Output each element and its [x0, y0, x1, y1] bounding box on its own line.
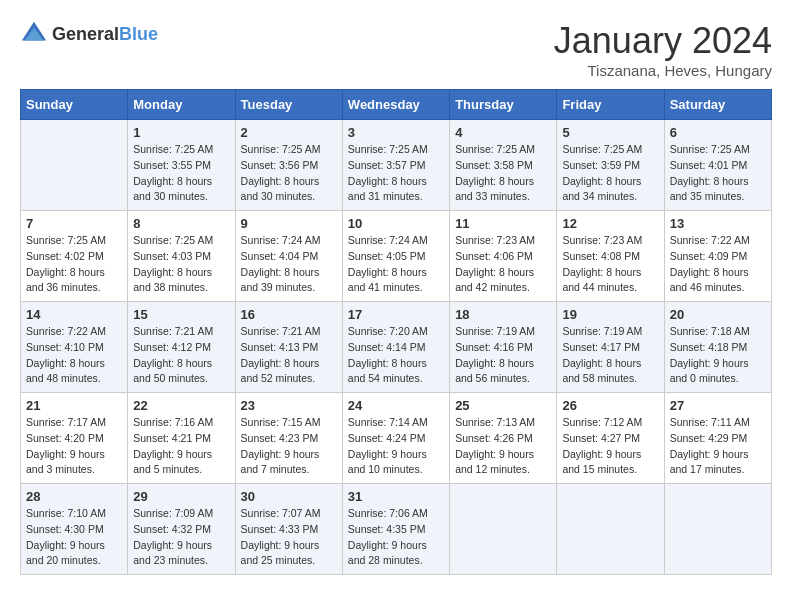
day-number: 4 — [455, 125, 551, 140]
day-number: 16 — [241, 307, 337, 322]
calendar-cell: 3Sunrise: 7:25 AMSunset: 3:57 PMDaylight… — [342, 120, 449, 211]
logo-blue: Blue — [119, 24, 158, 44]
calendar-cell: 4Sunrise: 7:25 AMSunset: 3:58 PMDaylight… — [450, 120, 557, 211]
calendar-cell: 30Sunrise: 7:07 AMSunset: 4:33 PMDayligh… — [235, 484, 342, 575]
day-number: 29 — [133, 489, 229, 504]
day-detail: Sunrise: 7:09 AMSunset: 4:32 PMDaylight:… — [133, 506, 229, 569]
day-number: 5 — [562, 125, 658, 140]
day-number: 27 — [670, 398, 766, 413]
calendar-cell — [664, 484, 771, 575]
day-detail: Sunrise: 7:20 AMSunset: 4:14 PMDaylight:… — [348, 324, 444, 387]
day-number: 21 — [26, 398, 122, 413]
day-number: 10 — [348, 216, 444, 231]
day-detail: Sunrise: 7:25 AMSunset: 4:02 PMDaylight:… — [26, 233, 122, 296]
calendar-cell: 1Sunrise: 7:25 AMSunset: 3:55 PMDaylight… — [128, 120, 235, 211]
day-number: 28 — [26, 489, 122, 504]
weekday-header-thursday: Thursday — [450, 90, 557, 120]
calendar-cell: 5Sunrise: 7:25 AMSunset: 3:59 PMDaylight… — [557, 120, 664, 211]
day-number: 6 — [670, 125, 766, 140]
logo-icon — [20, 20, 48, 48]
calendar-week-row: 7Sunrise: 7:25 AMSunset: 4:02 PMDaylight… — [21, 211, 772, 302]
day-number: 15 — [133, 307, 229, 322]
day-detail: Sunrise: 7:25 AMSunset: 3:55 PMDaylight:… — [133, 142, 229, 205]
calendar-cell: 11Sunrise: 7:23 AMSunset: 4:06 PMDayligh… — [450, 211, 557, 302]
day-detail: Sunrise: 7:23 AMSunset: 4:06 PMDaylight:… — [455, 233, 551, 296]
day-detail: Sunrise: 7:16 AMSunset: 4:21 PMDaylight:… — [133, 415, 229, 478]
day-detail: Sunrise: 7:22 AMSunset: 4:09 PMDaylight:… — [670, 233, 766, 296]
day-number: 1 — [133, 125, 229, 140]
day-number: 18 — [455, 307, 551, 322]
calendar-cell: 14Sunrise: 7:22 AMSunset: 4:10 PMDayligh… — [21, 302, 128, 393]
calendar-cell: 13Sunrise: 7:22 AMSunset: 4:09 PMDayligh… — [664, 211, 771, 302]
day-number: 19 — [562, 307, 658, 322]
calendar-cell: 10Sunrise: 7:24 AMSunset: 4:05 PMDayligh… — [342, 211, 449, 302]
calendar-cell — [21, 120, 128, 211]
day-detail: Sunrise: 7:21 AMSunset: 4:13 PMDaylight:… — [241, 324, 337, 387]
day-detail: Sunrise: 7:07 AMSunset: 4:33 PMDaylight:… — [241, 506, 337, 569]
weekday-header-tuesday: Tuesday — [235, 90, 342, 120]
day-detail: Sunrise: 7:24 AMSunset: 4:04 PMDaylight:… — [241, 233, 337, 296]
calendar-cell: 16Sunrise: 7:21 AMSunset: 4:13 PMDayligh… — [235, 302, 342, 393]
logo-text: GeneralBlue — [52, 24, 158, 45]
day-detail: Sunrise: 7:17 AMSunset: 4:20 PMDaylight:… — [26, 415, 122, 478]
calendar-cell: 8Sunrise: 7:25 AMSunset: 4:03 PMDaylight… — [128, 211, 235, 302]
calendar-cell: 21Sunrise: 7:17 AMSunset: 4:20 PMDayligh… — [21, 393, 128, 484]
calendar-table: SundayMondayTuesdayWednesdayThursdayFrid… — [20, 89, 772, 575]
calendar-cell: 20Sunrise: 7:18 AMSunset: 4:18 PMDayligh… — [664, 302, 771, 393]
day-number: 31 — [348, 489, 444, 504]
day-detail: Sunrise: 7:19 AMSunset: 4:16 PMDaylight:… — [455, 324, 551, 387]
calendar-cell: 19Sunrise: 7:19 AMSunset: 4:17 PMDayligh… — [557, 302, 664, 393]
calendar-cell: 25Sunrise: 7:13 AMSunset: 4:26 PMDayligh… — [450, 393, 557, 484]
day-number: 3 — [348, 125, 444, 140]
day-number: 2 — [241, 125, 337, 140]
day-detail: Sunrise: 7:18 AMSunset: 4:18 PMDaylight:… — [670, 324, 766, 387]
day-detail: Sunrise: 7:25 AMSunset: 4:01 PMDaylight:… — [670, 142, 766, 205]
day-detail: Sunrise: 7:25 AMSunset: 3:57 PMDaylight:… — [348, 142, 444, 205]
day-detail: Sunrise: 7:11 AMSunset: 4:29 PMDaylight:… — [670, 415, 766, 478]
calendar-cell: 9Sunrise: 7:24 AMSunset: 4:04 PMDaylight… — [235, 211, 342, 302]
day-detail: Sunrise: 7:22 AMSunset: 4:10 PMDaylight:… — [26, 324, 122, 387]
day-detail: Sunrise: 7:13 AMSunset: 4:26 PMDaylight:… — [455, 415, 551, 478]
day-detail: Sunrise: 7:14 AMSunset: 4:24 PMDaylight:… — [348, 415, 444, 478]
logo-general: General — [52, 24, 119, 44]
day-detail: Sunrise: 7:24 AMSunset: 4:05 PMDaylight:… — [348, 233, 444, 296]
day-detail: Sunrise: 7:06 AMSunset: 4:35 PMDaylight:… — [348, 506, 444, 569]
header: GeneralBlue January 2024 Tiszanana, Heve… — [20, 20, 772, 79]
day-detail: Sunrise: 7:19 AMSunset: 4:17 PMDaylight:… — [562, 324, 658, 387]
calendar-cell: 29Sunrise: 7:09 AMSunset: 4:32 PMDayligh… — [128, 484, 235, 575]
day-detail: Sunrise: 7:23 AMSunset: 4:08 PMDaylight:… — [562, 233, 658, 296]
day-number: 23 — [241, 398, 337, 413]
month-title: January 2024 — [554, 20, 772, 62]
day-number: 8 — [133, 216, 229, 231]
weekday-header-saturday: Saturday — [664, 90, 771, 120]
calendar-cell: 17Sunrise: 7:20 AMSunset: 4:14 PMDayligh… — [342, 302, 449, 393]
calendar-cell: 28Sunrise: 7:10 AMSunset: 4:30 PMDayligh… — [21, 484, 128, 575]
logo: GeneralBlue — [20, 20, 158, 48]
day-detail: Sunrise: 7:25 AMSunset: 3:58 PMDaylight:… — [455, 142, 551, 205]
day-detail: Sunrise: 7:21 AMSunset: 4:12 PMDaylight:… — [133, 324, 229, 387]
location-title: Tiszanana, Heves, Hungary — [554, 62, 772, 79]
day-number: 13 — [670, 216, 766, 231]
calendar-week-row: 1Sunrise: 7:25 AMSunset: 3:55 PMDaylight… — [21, 120, 772, 211]
title-area: January 2024 Tiszanana, Heves, Hungary — [554, 20, 772, 79]
day-number: 17 — [348, 307, 444, 322]
day-number: 11 — [455, 216, 551, 231]
day-detail: Sunrise: 7:25 AMSunset: 3:59 PMDaylight:… — [562, 142, 658, 205]
calendar-cell: 7Sunrise: 7:25 AMSunset: 4:02 PMDaylight… — [21, 211, 128, 302]
day-detail: Sunrise: 7:10 AMSunset: 4:30 PMDaylight:… — [26, 506, 122, 569]
weekday-header-friday: Friday — [557, 90, 664, 120]
calendar-week-row: 21Sunrise: 7:17 AMSunset: 4:20 PMDayligh… — [21, 393, 772, 484]
weekday-header-wednesday: Wednesday — [342, 90, 449, 120]
calendar-cell: 24Sunrise: 7:14 AMSunset: 4:24 PMDayligh… — [342, 393, 449, 484]
day-number: 25 — [455, 398, 551, 413]
day-number: 20 — [670, 307, 766, 322]
day-number: 26 — [562, 398, 658, 413]
calendar-cell: 27Sunrise: 7:11 AMSunset: 4:29 PMDayligh… — [664, 393, 771, 484]
day-number: 12 — [562, 216, 658, 231]
calendar-cell: 31Sunrise: 7:06 AMSunset: 4:35 PMDayligh… — [342, 484, 449, 575]
calendar-cell: 15Sunrise: 7:21 AMSunset: 4:12 PMDayligh… — [128, 302, 235, 393]
calendar-cell — [557, 484, 664, 575]
calendar-cell: 23Sunrise: 7:15 AMSunset: 4:23 PMDayligh… — [235, 393, 342, 484]
calendar-cell: 22Sunrise: 7:16 AMSunset: 4:21 PMDayligh… — [128, 393, 235, 484]
day-detail: Sunrise: 7:12 AMSunset: 4:27 PMDaylight:… — [562, 415, 658, 478]
